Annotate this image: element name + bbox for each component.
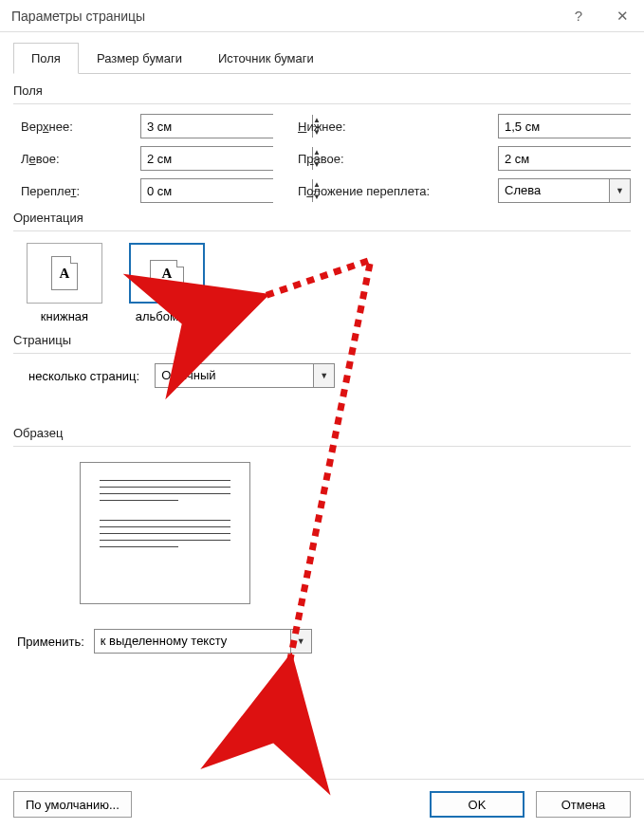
- dialog-title: Параметры страницы: [11, 9, 145, 24]
- label-gutter-pos: Положение переплета:: [298, 184, 483, 198]
- spinner-right[interactable]: ▲▼: [498, 146, 631, 171]
- label-top: Верхнее:: [21, 120, 125, 134]
- chevron-down-icon[interactable]: ▼: [290, 630, 311, 653]
- landscape-page-icon: A: [150, 260, 184, 286]
- tab-paper-size[interactable]: Размер бумаги: [79, 43, 200, 74]
- input-left[interactable]: [141, 147, 312, 170]
- orientation-landscape-label: альбомная: [136, 309, 199, 323]
- select-gutter-pos-value: Слева: [499, 179, 609, 202]
- select-gutter-pos[interactable]: Слева ▼: [498, 178, 631, 203]
- preview-page-icon: [80, 462, 250, 604]
- tab-bar: Поля Размер бумаги Источник бумаги: [13, 42, 631, 74]
- input-bottom[interactable]: [499, 115, 644, 138]
- orientation-landscape[interactable]: A альбомная: [125, 243, 209, 323]
- input-top[interactable]: [141, 115, 312, 138]
- label-gutter: Переплет:: [21, 184, 125, 198]
- ok-button[interactable]: OK: [430, 791, 524, 818]
- label-multiple-pages: несколько страниц:: [28, 369, 139, 383]
- set-default-button[interactable]: По умолчанию...: [13, 791, 132, 818]
- chevron-down-icon[interactable]: ▼: [313, 364, 334, 387]
- spinner-bottom[interactable]: ▲▼: [498, 114, 631, 138]
- cancel-button[interactable]: Отмена: [536, 791, 631, 818]
- preview-group-title: Образец: [13, 426, 631, 440]
- portrait-page-icon: A: [51, 256, 78, 290]
- tab-paper-source[interactable]: Источник бумаги: [200, 43, 332, 74]
- label-bottom: Нижнее:: [298, 120, 483, 134]
- orientation-portrait[interactable]: A книжная: [23, 243, 106, 323]
- orientation-group-title: Ориентация: [13, 211, 631, 225]
- chevron-down-icon[interactable]: ▼: [609, 179, 630, 202]
- input-gutter[interactable]: [141, 179, 312, 202]
- dialog-footer: По умолчанию... OK Отмена: [0, 779, 644, 829]
- margins-group-title: Поля: [13, 83, 631, 98]
- spinner-left[interactable]: ▲▼: [140, 146, 273, 171]
- orientation-portrait-label: книжная: [41, 309, 88, 323]
- label-left: Левое:: [21, 152, 125, 166]
- divider: [13, 230, 631, 231]
- input-right[interactable]: [499, 147, 644, 170]
- spinner-top[interactable]: ▲▼: [140, 114, 273, 138]
- help-button[interactable]: ?: [557, 0, 600, 32]
- label-apply-to: Применить:: [17, 635, 84, 649]
- spinner-gutter[interactable]: ▲▼: [140, 178, 273, 203]
- select-multiple-pages[interactable]: Обычный ▼: [155, 363, 335, 388]
- select-multiple-pages-value: Обычный: [156, 364, 313, 387]
- divider: [13, 103, 631, 104]
- select-apply-to-value: к выделенному тексту: [95, 630, 290, 653]
- tab-fields[interactable]: Поля: [13, 43, 79, 74]
- divider: [13, 353, 631, 354]
- label-right: Правое:: [298, 152, 483, 166]
- pages-group-title: Страницы: [13, 333, 631, 347]
- divider: [13, 446, 631, 447]
- close-button[interactable]: ✕: [600, 0, 644, 32]
- select-apply-to[interactable]: к выделенному тексту ▼: [94, 629, 312, 654]
- titlebar: Параметры страницы ? ✕: [0, 0, 644, 32]
